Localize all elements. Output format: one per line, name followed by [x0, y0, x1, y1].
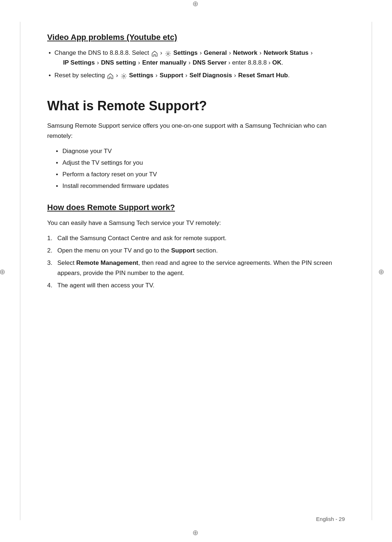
bullet1-prefix: Change the DNS to 8.8.8.8. Select — [54, 49, 149, 56]
step-2-num: 2. — [47, 246, 52, 256]
bullet1-path6: DNS setting — [101, 59, 136, 66]
video-bullet-1: Change the DNS to 8.8.8.8. Select › — [47, 48, 345, 67]
remote-support-section: What is Remote Support? Samsung Remote S… — [47, 98, 345, 191]
video-bullet-list: Change the DNS to 8.8.8.8. Select › — [47, 48, 345, 81]
page-container: Video App problems (Youtube etc) Change … — [0, 0, 392, 542]
how-steps-list: 1. Call the Samsung Contact Centre and a… — [47, 233, 345, 291]
step-4-text: The agent will then access your TV. — [57, 282, 154, 289]
remote-support-intro: Samsung Remote Support service offers yo… — [47, 121, 345, 141]
bullet1-arrow0: › — [160, 49, 162, 56]
bullet2-arrow2: › — [184, 72, 189, 79]
video-section-title: Video App problems (Youtube etc) — [47, 33, 345, 42]
remote-support-bullets: Diagnose your TV Adjust the TV settings … — [47, 146, 345, 191]
bullet1-suffix: › enter 8.8.8.8 › — [226, 59, 272, 66]
step-4-num: 4. — [47, 280, 52, 291]
bullet1-path4: Network Status — [264, 49, 309, 56]
gear-icon-2 — [121, 73, 127, 79]
remote-bullet-3: Perform a factory reset on your TV — [56, 169, 345, 180]
vline-right — [372, 22, 372, 520]
bullet1-path8: DNS Server — [193, 59, 227, 66]
gear-icon — [165, 50, 171, 57]
home-icon-2 — [107, 73, 114, 79]
step-2-suffix: section. — [195, 247, 218, 254]
video-bullet-2: Reset by selecting › — [47, 70, 345, 80]
bullet1-path3: Network — [233, 49, 257, 56]
home-icon — [151, 50, 158, 57]
bullet1-arrow4: › — [309, 49, 313, 56]
how-section: How does Remote Support work? You can ea… — [47, 203, 345, 291]
bullet2-path1: Settings — [129, 72, 154, 79]
crosshair-bottom — [196, 532, 203, 539]
bullet1-arrow5: › — [95, 59, 101, 66]
bullet2-arrow3: › — [232, 72, 238, 79]
remote-support-main-title: What is Remote Support? — [47, 98, 345, 114]
step-3-num: 3. — [47, 258, 52, 268]
bullet2-path3: Self Diagnosis — [189, 72, 232, 79]
bullet2-period: . — [288, 72, 290, 79]
how-section-title: How does Remote Support work? — [47, 203, 345, 212]
crosshair-right — [382, 271, 389, 278]
bullet2-path2: Support — [160, 72, 183, 79]
how-section-intro: You can easily have a Samsung Tech servi… — [47, 218, 345, 228]
bullet2-arrow0: › — [116, 72, 118, 79]
bullet1-arrow7: › — [187, 59, 192, 66]
bullet1-path5: IP Settings — [63, 59, 95, 66]
page-footer: English - 29 — [316, 516, 345, 522]
remote-bullet-1: Diagnose your TV — [56, 146, 345, 156]
step-1-num: 1. — [47, 233, 52, 243]
video-section: Video App problems (Youtube etc) Change … — [47, 33, 345, 81]
crosshair-top — [196, 3, 203, 10]
crosshair-left — [3, 271, 10, 278]
bullet1-period: . — [281, 59, 283, 66]
how-step-2: 2. Open the menu on your TV and go to th… — [47, 246, 345, 256]
page-number: English - 29 — [316, 516, 345, 522]
bullet1-arrow3: › — [258, 49, 263, 56]
content-area: Video App problems (Youtube etc) Change … — [47, 33, 345, 291]
bullet1-path1: Settings — [173, 49, 197, 56]
svg-point-1 — [123, 75, 124, 77]
step-3-bold: Remote Management — [76, 259, 138, 266]
bullet1-arrow1: › — [198, 49, 204, 56]
step-2-prefix: Open the menu on your TV and go to the — [57, 247, 171, 254]
bullet2-arrow1: › — [154, 72, 159, 79]
step-2-bold: Support — [171, 247, 195, 254]
remote-bullet-2: Adjust the TV settings for you — [56, 158, 345, 168]
how-step-3: 3. Select Remote Management, then read a… — [47, 258, 345, 278]
bullet1-arrow6: › — [136, 59, 142, 66]
step-1-text: Call the Samsung Contact Centre and ask … — [57, 235, 226, 242]
bullet2-prefix: Reset by selecting — [54, 72, 105, 79]
how-step-1: 1. Call the Samsung Contact Centre and a… — [47, 233, 345, 243]
remote-bullet-4: Install recommended firmware updates — [56, 181, 345, 191]
bullet1-path7: Enter manually — [142, 59, 187, 66]
svg-point-0 — [167, 53, 169, 54]
how-step-4: 4. The agent will then access your TV. — [47, 280, 345, 291]
vline-left — [20, 22, 20, 520]
bullet1-ok: OK — [272, 59, 282, 66]
bullet1-arrow2: › — [227, 49, 233, 56]
bullet1-path2: General — [204, 49, 227, 56]
bullet2-path4: Reset Smart Hub — [238, 72, 288, 79]
step-3-prefix: Select — [57, 259, 76, 266]
